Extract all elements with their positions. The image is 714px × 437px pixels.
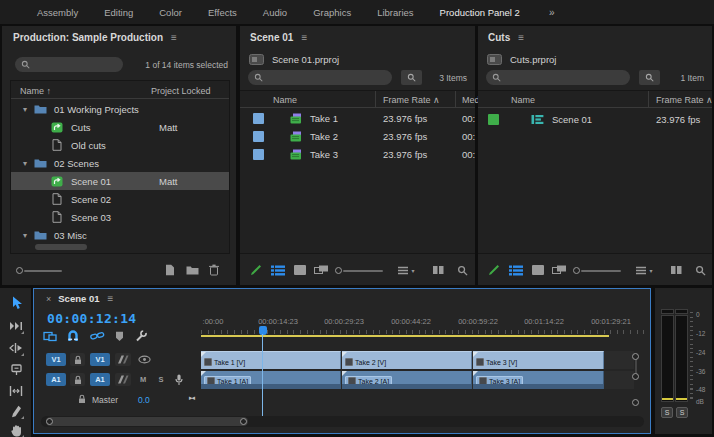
label-color-green[interactable]	[488, 114, 499, 125]
timeline-tab[interactable]: × Scene 01 ≡	[46, 293, 113, 304]
meter-solo-right-button[interactable]: S	[676, 407, 688, 418]
audio-sync-lock-toggle[interactable]	[115, 373, 131, 386]
mute-track-button[interactable]: M	[136, 373, 150, 386]
vertical-zoom-handle-top[interactable]	[632, 353, 639, 360]
slip-tool[interactable]	[7, 382, 25, 400]
audio-track-resize-handle[interactable]	[632, 399, 639, 406]
playhead-handle[interactable]	[259, 326, 267, 335]
column-header-project-locked[interactable]: Project Locked	[151, 86, 211, 96]
cuts-panel-menu-icon[interactable]: ≡	[518, 32, 524, 43]
project-file-row[interactable]: Cuts.prproj	[487, 54, 556, 65]
timeline-clip-take3-video[interactable]: Take 3 [V]	[473, 351, 604, 369]
workspace-overflow-chevron[interactable]: »	[533, 7, 571, 18]
clip-row-take-3[interactable]: Take 3 23.976 fps 00:	[240, 145, 475, 163]
tree-row-project-scene-02[interactable]: Scene 02	[11, 190, 229, 208]
column-header-name[interactable]: Name	[273, 95, 297, 105]
list-view-button[interactable]	[508, 262, 524, 278]
thumbnail-zoom-track[interactable]	[343, 270, 383, 272]
timeline-ruler[interactable]: :00:00 00:00:14:23 00:00:29:23 00:00:44:…	[201, 317, 645, 329]
zoom-slider-track[interactable]	[24, 270, 62, 272]
cuts-search-input[interactable]	[486, 70, 630, 85]
workspace-tab-color[interactable]: Color	[146, 7, 195, 18]
thumbnail-zoom-handle[interactable]	[573, 267, 580, 274]
linked-selection-toggle[interactable]	[88, 329, 106, 343]
list-view-button[interactable]	[270, 262, 286, 278]
track-select-forward-tool[interactable]	[7, 317, 25, 335]
new-item-button[interactable]	[162, 262, 178, 278]
tree-row-project-cuts[interactable]: Cuts Matt	[11, 118, 229, 136]
chevron-down-icon[interactable]: ▾	[23, 159, 27, 168]
toggle-track-output[interactable]	[136, 353, 152, 366]
find-button[interactable]	[692, 262, 708, 278]
clip-row-take-1[interactable]: Take 1 23.976 fps 00:	[240, 109, 475, 127]
timeline-clip-take2-audio[interactable]: Take 2 [A]	[342, 371, 472, 389]
razor-tool[interactable]	[7, 361, 25, 379]
find-button[interactable]	[454, 262, 470, 278]
scene-panel-menu-icon[interactable]: ≡	[301, 32, 307, 43]
timeline-clip-take1-audio[interactable]: Take 1 [A]	[201, 371, 341, 389]
track-target-v1[interactable]: V1	[90, 353, 110, 366]
timeline-clip-take3-audio[interactable]: Take 3 [A]	[473, 371, 604, 389]
project-writable-button[interactable]	[486, 262, 502, 278]
production-search-input[interactable]	[15, 57, 123, 72]
thumbnail-zoom-track[interactable]	[581, 270, 621, 272]
chevron-down-icon[interactable]: ▾	[23, 231, 27, 240]
label-color-blue[interactable]	[253, 149, 264, 160]
chevron-down-icon[interactable]: ▾	[23, 105, 27, 114]
column-header-frame-rate[interactable]: Frame Rate ∧	[656, 95, 713, 105]
column-header-name[interactable]: Name ↑	[20, 86, 51, 96]
playhead-line[interactable]	[262, 334, 263, 419]
workspace-tab-assembly[interactable]: Assembly	[24, 7, 91, 18]
timeline-zoom-handle-right[interactable]	[240, 418, 247, 425]
workspace-tab-effects[interactable]: Effects	[195, 7, 250, 18]
track-target-a1[interactable]: A1	[90, 373, 110, 386]
pen-tool[interactable]	[7, 402, 25, 420]
workspace-tab-graphics[interactable]: Graphics	[300, 7, 364, 18]
master-lock-toggle[interactable]	[74, 392, 89, 405]
column-header-name[interactable]: Name	[511, 95, 535, 105]
zoom-slider-handle[interactable]	[16, 267, 23, 274]
tree-row-project-old-cuts[interactable]: Old cuts	[11, 136, 229, 154]
workspace-tab-editing[interactable]: Editing	[91, 7, 146, 18]
sort-icons-button[interactable]: ▾	[395, 263, 417, 277]
icon-view-button[interactable]	[530, 262, 546, 278]
tree-row-folder-01-working-projects[interactable]: ▾ 01 Working Projects	[11, 100, 229, 118]
label-color-blue[interactable]	[253, 113, 264, 124]
voiceover-record-button[interactable]	[171, 373, 187, 386]
sort-icons-button[interactable]: ▾	[633, 263, 655, 277]
source-patch-v1[interactable]: V1	[46, 353, 66, 366]
column-header-media[interactable]: Med	[462, 95, 480, 105]
scene-panel-tab[interactable]: Scene 01 ≡	[250, 32, 307, 43]
selection-tool[interactable]	[7, 294, 25, 312]
project-writable-button[interactable]	[248, 262, 264, 278]
video-track-lock-toggle[interactable]	[70, 353, 85, 366]
playhead-timecode[interactable]: 00:00:12:14	[47, 311, 136, 326]
tree-row-folder-02-scenes[interactable]: ▾ 02 Scenes	[11, 154, 229, 172]
workspace-tab-audio[interactable]: Audio	[250, 7, 300, 18]
label-color-blue[interactable]	[253, 131, 264, 142]
ripple-edit-tool[interactable]	[7, 339, 25, 357]
tree-row-project-scene-01-selected[interactable]: Scene 01 Matt	[11, 172, 229, 190]
snap-toggle[interactable]	[65, 329, 81, 343]
timeline-clip-take1-video[interactable]: Take 1 [V]	[201, 351, 341, 369]
audio-track-lock-toggle[interactable]	[70, 373, 85, 386]
solo-track-button[interactable]: S	[154, 373, 168, 386]
new-bin-button[interactable]	[184, 262, 200, 278]
hand-tool[interactable]	[7, 421, 25, 437]
thumbnail-zoom-handle[interactable]	[335, 267, 342, 274]
timeline-clip-take2-video[interactable]: Take 2 [V]	[342, 351, 472, 369]
tree-row-folder-03-misc[interactable]: ▾ 03 Misc	[11, 226, 229, 244]
clip-row-take-2[interactable]: Take 2 23.976 fps 00:	[240, 127, 475, 145]
timeline-panel-menu-icon[interactable]: ≡	[107, 293, 113, 304]
tree-row-project-scene-03[interactable]: Scene 03	[11, 208, 229, 226]
add-marker-button[interactable]	[111, 329, 127, 343]
production-panel-tab[interactable]: Production: Sample Production ≡	[13, 32, 177, 43]
sequence-row-scene-01[interactable]: Scene 01 23.976 fps	[478, 109, 712, 129]
delete-button[interactable]	[206, 262, 222, 278]
production-list-scrollbar[interactable]	[35, 244, 87, 250]
meter-solo-left-button[interactable]: S	[661, 407, 673, 418]
search-bin-button[interactable]	[639, 70, 660, 85]
fit-to-window-icon[interactable]: ▸◂	[189, 394, 194, 402]
column-header-frame-rate[interactable]: Frame Rate ∧	[383, 95, 440, 105]
video-sync-lock-toggle[interactable]	[115, 353, 131, 366]
